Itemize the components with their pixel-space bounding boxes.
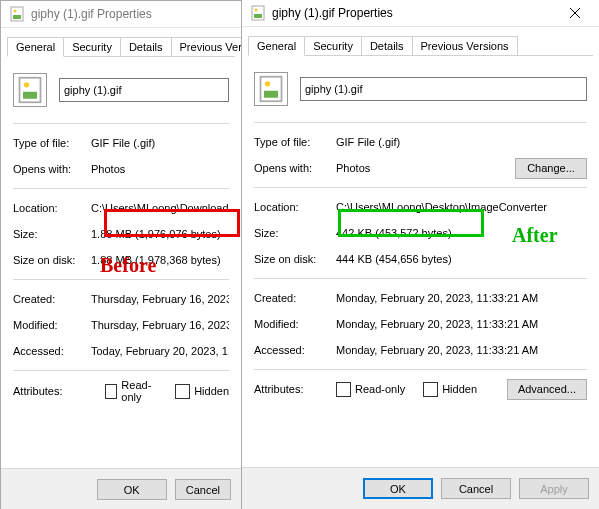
- created-value: Monday, February 20, 2023, 11:33:21 AM: [336, 292, 587, 304]
- size-value: 1.88 MB (1,976,076 bytes): [91, 228, 229, 240]
- cancel-button[interactable]: Cancel: [175, 479, 231, 500]
- modified-value: Thursday, February 16, 2023, 3: [91, 319, 229, 331]
- accessed-value: Monday, February 20, 2023, 11:33:21 AM: [336, 344, 587, 356]
- modified-value: Monday, February 20, 2023, 11:33:21 AM: [336, 318, 587, 330]
- opens-value: Photos: [91, 163, 157, 175]
- type-value: GIF File (.gif): [91, 137, 229, 149]
- created-label: Created:: [254, 292, 336, 304]
- accessed-value: Today, February 20, 2023, 1 min: [91, 345, 229, 357]
- content: Type of file:GIF File (.gif) Opens with:…: [242, 56, 599, 467]
- readonly-label: Read-only: [121, 379, 161, 403]
- hidden-label: Hidden: [442, 383, 477, 395]
- type-label: Type of file:: [13, 137, 91, 149]
- change-button[interactable]: Change...: [515, 158, 587, 179]
- file-icon: [9, 6, 25, 22]
- hidden-checkbox[interactable]: Hidden: [175, 384, 229, 399]
- disk-value: 444 KB (454,656 bytes): [336, 253, 587, 265]
- svg-rect-7: [254, 14, 262, 18]
- tab-general[interactable]: General: [7, 37, 64, 57]
- file-icon: [250, 5, 266, 21]
- accessed-label: Accessed:: [254, 344, 336, 356]
- location-label: Location:: [254, 201, 336, 213]
- type-value: GIF File (.gif): [336, 136, 587, 148]
- tabs: General Security Details Previous Versio…: [248, 33, 593, 56]
- cancel-button[interactable]: Cancel: [441, 478, 511, 499]
- file-type-icon: [254, 72, 288, 106]
- readonly-label: Read-only: [355, 383, 405, 395]
- modified-label: Modified:: [13, 319, 91, 331]
- filename-input[interactable]: [59, 78, 229, 102]
- accessed-label: Accessed:: [13, 345, 91, 357]
- disk-label: Size on disk:: [13, 254, 91, 266]
- disk-value: 1.88 MB (1,978,368 bytes): [91, 254, 229, 266]
- apply-button[interactable]: Apply: [519, 478, 589, 499]
- svg-rect-1: [13, 15, 21, 19]
- disk-label: Size on disk:: [254, 253, 336, 265]
- svg-point-5: [24, 82, 29, 87]
- footer: OK Cancel Apply: [242, 467, 599, 509]
- svg-point-2: [14, 10, 17, 13]
- hidden-label: Hidden: [194, 385, 229, 397]
- tab-details[interactable]: Details: [120, 37, 172, 56]
- svg-point-8: [255, 9, 258, 12]
- filename-input[interactable]: [300, 77, 587, 101]
- opens-label: Opens with:: [13, 163, 91, 175]
- close-button[interactable]: [555, 1, 595, 25]
- ok-button[interactable]: OK: [97, 479, 167, 500]
- hidden-checkbox[interactable]: Hidden: [423, 382, 477, 397]
- opens-value: Photos: [336, 162, 515, 174]
- opens-label: Opens with:: [254, 162, 336, 174]
- readonly-checkbox[interactable]: Read-only: [105, 379, 161, 403]
- size-value: 442 KB (453,572 bytes): [336, 227, 587, 239]
- advanced-button[interactable]: Advanced...: [507, 379, 587, 400]
- window-title: giphy (1).gif Properties: [31, 7, 237, 21]
- content: Type of file:GIF File (.gif) Opens with:…: [1, 57, 241, 468]
- tab-security[interactable]: Security: [63, 37, 121, 56]
- tabs: General Security Details Previous Versio…: [7, 34, 235, 57]
- tab-previous-versions[interactable]: Previous Versions: [412, 36, 518, 55]
- attributes-label: Attributes:: [13, 385, 91, 397]
- modified-label: Modified:: [254, 318, 336, 330]
- tab-details[interactable]: Details: [361, 36, 413, 55]
- location-value: C:\Users\MLoong\Desktop\ImageConverter: [336, 201, 587, 213]
- readonly-checkbox[interactable]: Read-only: [336, 382, 405, 397]
- svg-rect-4: [23, 92, 37, 99]
- tab-security[interactable]: Security: [304, 36, 362, 55]
- created-label: Created:: [13, 293, 91, 305]
- size-label: Size:: [13, 228, 91, 240]
- footer: OK Cancel: [1, 468, 241, 509]
- location-label: Location:: [13, 202, 91, 214]
- ok-button[interactable]: OK: [363, 478, 433, 499]
- titlebar[interactable]: giphy (1).gif Properties: [1, 1, 241, 28]
- size-label: Size:: [254, 227, 336, 239]
- properties-dialog-before: giphy (1).gif Properties General Securit…: [0, 0, 242, 509]
- location-value: C:\Users\MLoong\Downloads: [91, 202, 229, 214]
- type-label: Type of file:: [254, 136, 336, 148]
- svg-rect-12: [264, 91, 278, 98]
- window-title: giphy (1).gif Properties: [272, 6, 555, 20]
- file-type-icon: [13, 73, 47, 107]
- created-value: Thursday, February 16, 2023, 3: [91, 293, 229, 305]
- tab-general[interactable]: General: [248, 36, 305, 56]
- attributes-label: Attributes:: [254, 383, 336, 395]
- properties-dialog-after: giphy (1).gif Properties General Securit…: [241, 0, 599, 509]
- svg-point-13: [265, 81, 270, 86]
- titlebar[interactable]: giphy (1).gif Properties: [242, 0, 599, 27]
